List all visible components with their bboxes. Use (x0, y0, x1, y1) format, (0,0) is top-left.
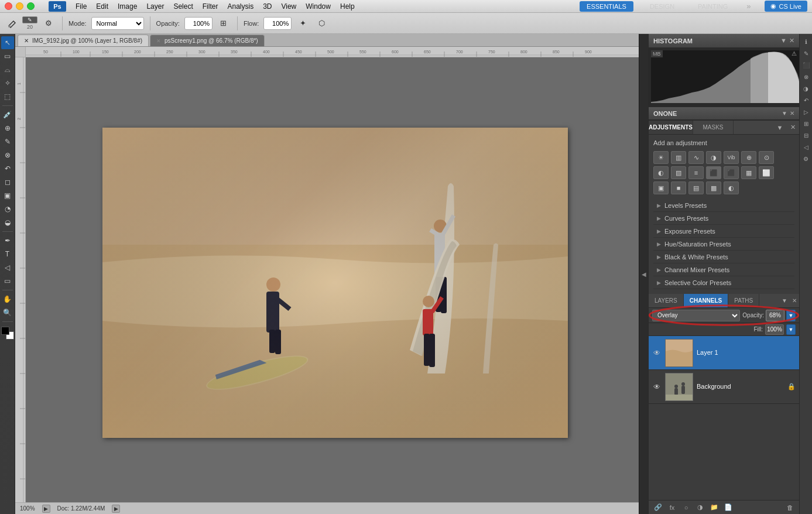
type-tool[interactable]: T (1, 248, 14, 261)
adj-exposure[interactable]: ◑ (706, 151, 721, 164)
brush-tool[interactable]: ✎ (1, 135, 14, 148)
layers-panel-expand[interactable]: ▼ (779, 297, 790, 304)
dodge-tool[interactable]: ◒ (1, 216, 14, 229)
menu-image[interactable]: Image (118, 2, 137, 11)
adj-close[interactable]: ✕ (786, 121, 799, 134)
menu-select[interactable]: Select (173, 2, 193, 11)
masks-tab[interactable]: MASKS (693, 121, 734, 134)
opacity-btn[interactable]: ⊞ (216, 16, 231, 31)
layer-item-bg[interactable]: 👁 (649, 370, 799, 404)
adj-photofilter[interactable]: ▧ (671, 166, 686, 179)
histogram-header[interactable]: HISTOGRAM ▼ ✕ (649, 34, 799, 48)
canvas-tab-2[interactable]: ✕ psScreeny1.png @ 66.7% (RGB/8*) (150, 35, 265, 46)
panel-icon-actions[interactable]: ▷ (801, 107, 811, 117)
new-layer-btn[interactable]: 📄 (722, 502, 734, 513)
layer-style-btn[interactable]: fx (666, 502, 678, 513)
pen-tool[interactable]: ✒ (1, 234, 14, 247)
histogram-expand[interactable]: ▼ (780, 37, 787, 44)
clone-stamp-tool[interactable]: ⊗ (1, 149, 14, 162)
opacity-value[interactable] (766, 310, 784, 321)
adj-expand[interactable]: ▼ (773, 121, 786, 134)
adj-brightness[interactable]: ☀ (653, 151, 669, 164)
tablet-btn[interactable]: ⬡ (314, 16, 329, 31)
shape-tool[interactable]: ▭ (1, 275, 14, 287)
panel-icon-info[interactable]: ℹ (801, 36, 811, 47)
tab2-close[interactable]: ✕ (156, 38, 161, 44)
adjustments-tab[interactable]: ADJUSTMENTS (649, 121, 693, 134)
airbrush-btn[interactable]: ✦ (295, 16, 310, 31)
menu-analysis[interactable]: Analysis (227, 2, 253, 11)
close-button[interactable] (5, 2, 12, 10)
adj-pattern[interactable]: ▩ (706, 181, 721, 194)
preset-exposure[interactable]: ▶ Exposure Presets (653, 225, 794, 238)
hand-tool[interactable]: ✋ (1, 293, 14, 306)
panel-icon-minibridge[interactable]: ⊟ (801, 130, 811, 141)
opacity-stepper[interactable]: ▼ (786, 310, 796, 321)
maximize-button[interactable] (27, 2, 35, 10)
adj-curves[interactable]: ∿ (688, 151, 704, 164)
histogram-close[interactable]: ✕ (789, 37, 794, 44)
adj-gradientmap[interactable]: ▣ (653, 181, 669, 194)
menu-file[interactable]: File (76, 2, 87, 11)
preset-bw[interactable]: ▶ Black & White Presets (653, 251, 794, 263)
adj-threshold[interactable]: ⬜ (759, 166, 774, 179)
cs-live-button[interactable]: ◉ CS Live (765, 1, 807, 12)
menu-filter[interactable]: Filter (203, 2, 218, 11)
adj-posterize[interactable]: ▦ (741, 166, 756, 179)
fill-stepper[interactable]: ▼ (786, 324, 796, 335)
layers-tab-paths[interactable]: PATHS (728, 294, 759, 307)
brush-settings-btn[interactable]: ⚙ (41, 16, 56, 31)
gradient-tool[interactable]: ▣ (1, 189, 14, 202)
layers-tab-layers[interactable]: LAYERS (649, 294, 684, 307)
mode-select[interactable]: Normal Multiply Screen Overlay Soft Ligh… (91, 17, 144, 30)
adj-colorbalance[interactable]: ⊙ (759, 151, 774, 164)
adj-solidcolor[interactable]: ■ (671, 181, 686, 194)
panel-icon-brush[interactable]: ✎ (801, 48, 811, 59)
preset-huesat[interactable]: ▶ Hue/Saturation Presets (653, 238, 794, 251)
panel-icon-clone[interactable]: ⊗ (801, 71, 811, 82)
onone-close[interactable]: ✕ (790, 110, 794, 116)
panel-icon-color[interactable]: ◑ (801, 83, 811, 94)
menu-view[interactable]: View (281, 2, 296, 11)
layer-item-1[interactable]: 👁 Layer 1 (649, 336, 799, 370)
panel-icon-adjustments[interactable]: ⬛ (801, 60, 811, 70)
adj-huesat[interactable]: ⊕ (741, 151, 756, 164)
workspace-design[interactable]: DESIGN (643, 1, 681, 12)
workspace-painting[interactable]: PAINTING (691, 1, 735, 12)
preset-selectivecolor[interactable]: ▶ Selective Color Presets (653, 276, 794, 289)
adj-vibrance[interactable]: Vib (724, 151, 739, 164)
panel-icon-history[interactable]: ↶ (801, 95, 811, 105)
menu-layer[interactable]: Layer (146, 2, 164, 11)
marquee-tool[interactable]: ▭ (1, 50, 14, 63)
canvas-image[interactable] (102, 128, 568, 438)
eyedropper-tool[interactable]: 💉 (1, 108, 14, 121)
minimize-button[interactable] (16, 2, 23, 10)
menu-window[interactable]: Window (306, 2, 331, 11)
menu-edit[interactable]: Edit (96, 2, 108, 11)
menu-3d[interactable]: 3D (263, 2, 272, 11)
adj-selectivecolor[interactable]: ⬛ (706, 166, 721, 179)
layer-mask-btn[interactable]: ○ (680, 502, 692, 513)
panel-icon-grid[interactable]: ⊞ (801, 118, 811, 129)
adj-channelmixer[interactable]: ≡ (688, 166, 704, 179)
zoom-tool[interactable]: 🔍 (1, 306, 14, 319)
canvas-tab-1[interactable]: ✕ IMG_9192.jpg @ 100% (Layer 1, RGB/8#) (18, 35, 149, 46)
preset-channelmix[interactable]: ▶ Channel Mixer Presets (653, 263, 794, 276)
spot-heal-tool[interactable]: ⊕ (1, 122, 14, 135)
adj-layer-btn[interactable]: ◑ (694, 502, 706, 513)
panel-icon-timeline[interactable]: ◁ (801, 142, 811, 152)
layer-bg-visibility[interactable]: 👁 (652, 382, 662, 392)
adj-bw[interactable]: ◐ (653, 166, 669, 179)
lasso-tool[interactable]: ⌓ (1, 63, 14, 76)
preset-levels[interactable]: ▶ Levels Presets (653, 199, 794, 212)
adj-levels[interactable]: ▥ (671, 151, 686, 164)
adj-invert[interactable]: ⬛ (724, 166, 739, 179)
move-tool[interactable]: ↖ (1, 36, 14, 49)
eraser-tool[interactable]: ◻ (1, 176, 14, 189)
workspace-more[interactable]: » (746, 2, 751, 11)
new-group-btn[interactable]: 📁 (708, 502, 720, 513)
workspace-essentials[interactable]: ESSENTIALS (580, 1, 633, 12)
layers-panel-close[interactable]: ✕ (790, 297, 799, 304)
panel-icon-gear[interactable]: ⚙ (801, 153, 811, 164)
link-layers-btn[interactable]: 🔗 (652, 502, 664, 513)
